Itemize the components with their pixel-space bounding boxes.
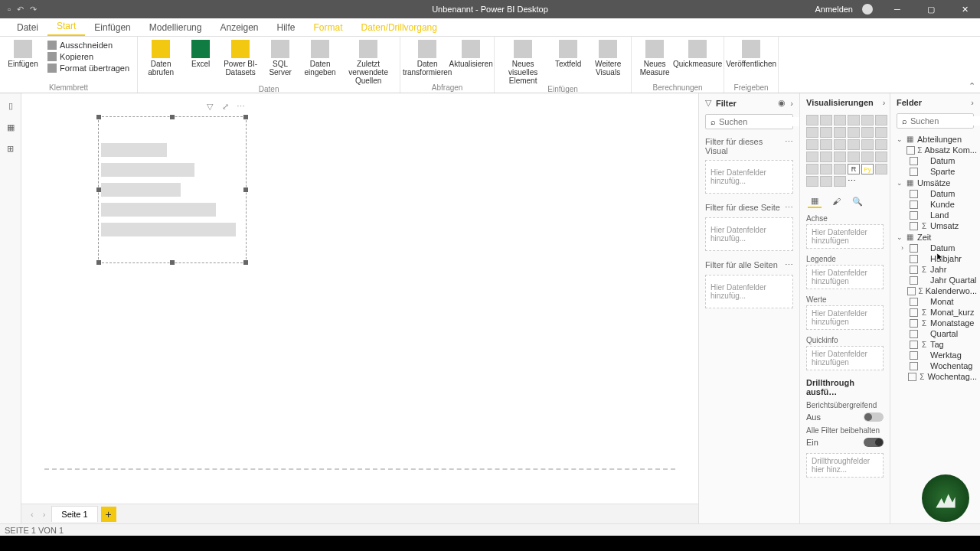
fields-tab-icon[interactable]: ▦ — [808, 194, 822, 208]
viz-type[interactable] — [861, 127, 874, 138]
report-view-icon[interactable]: ▯ — [5, 99, 17, 112]
add-page-button[interactable]: + — [101, 507, 116, 522]
publish-button[interactable]: Veröffentlichen — [729, 38, 773, 68]
field-Monat_kurz[interactable]: ΣMonat_kurz — [890, 307, 980, 318]
page-next-icon[interactable]: › — [40, 510, 49, 519]
cut-button[interactable]: Ausschneiden — [44, 40, 132, 51]
viz-type[interactable] — [848, 115, 860, 126]
more-icon[interactable]: ⋯ — [785, 137, 793, 155]
viz-type[interactable] — [834, 152, 846, 162]
page-tab-1[interactable]: Seite 1 — [51, 506, 97, 522]
viz-type[interactable]: ⋯ — [848, 176, 860, 187]
field-Wochentag...[interactable]: ΣWochentag... — [890, 371, 980, 382]
field-Wochentag[interactable]: Wochentag — [890, 360, 980, 371]
viz-type[interactable] — [834, 127, 846, 138]
paste-button[interactable]: Einfügen — [5, 38, 41, 68]
table-Umsätze[interactable]: ⌄▦Umsätze — [890, 177, 980, 188]
minimize-button[interactable]: ─ — [882, 0, 913, 18]
maximize-button[interactable]: ▢ — [916, 0, 946, 18]
field-Jahr[interactable]: ΣJahr — [890, 264, 980, 275]
new-measure-button[interactable]: Neues Measure — [636, 38, 673, 77]
excel-button[interactable]: Excel — [182, 38, 219, 68]
redo-icon[interactable]: ↷ — [30, 5, 37, 15]
data-view-icon[interactable]: ▦ — [5, 121, 17, 133]
viz-type[interactable] — [875, 152, 887, 162]
focus-icon[interactable]: ⤢ — [220, 102, 230, 112]
values-well[interactable]: Hier Datenfelder hinzufügen — [806, 305, 884, 330]
model-view-icon[interactable]: ⊞ — [5, 142, 17, 155]
legend-well[interactable]: Hier Datenfelder hinzufügen — [806, 265, 884, 289]
viz-type[interactable] — [806, 115, 818, 126]
tab-anzeigen[interactable]: Anzeigen — [211, 19, 267, 36]
pbi-datasets-button[interactable]: Power BI-Datasets — [222, 38, 259, 77]
viz-type[interactable] — [820, 152, 832, 162]
viz-type[interactable] — [806, 127, 818, 138]
field-Sparte[interactable]: Sparte — [890, 166, 980, 177]
viz-type[interactable] — [806, 176, 818, 187]
viz-type[interactable] — [875, 127, 887, 138]
filter-page-well[interactable]: Hier Datenfelder hinzufüg... — [705, 217, 793, 251]
more-icon[interactable]: ⋯ — [785, 260, 793, 270]
tooltip-well[interactable]: Hier Datenfelder hinzufügen — [806, 346, 884, 370]
filter-visual-well[interactable]: Hier Datenfelder hinzufüg... — [705, 160, 793, 194]
format-painter-button[interactable]: Format übertragen — [44, 63, 132, 73]
viz-type[interactable] — [806, 152, 818, 162]
avatar[interactable] — [862, 4, 873, 15]
viz-type[interactable] — [820, 127, 832, 138]
viz-type[interactable] — [834, 164, 846, 174]
copy-button[interactable]: Kopieren — [44, 51, 132, 62]
login-button[interactable]: Anmelden — [808, 5, 859, 14]
field-Kalenderwo...[interactable]: ΣKalenderwo... — [890, 285, 980, 296]
textbox-button[interactable]: Textfeld — [550, 38, 586, 68]
field-Absatz Kom...[interactable]: ΣAbsatz Kom... — [890, 145, 980, 155]
viz-type[interactable] — [848, 152, 860, 162]
viz-type[interactable] — [861, 115, 874, 126]
viz-type[interactable]: Py — [861, 164, 874, 174]
format-tab-icon[interactable]: 🖌 — [829, 194, 843, 208]
viz-type[interactable] — [834, 139, 846, 150]
tab-einfuegen[interactable]: Einfügen — [85, 19, 139, 36]
viz-type[interactable] — [875, 139, 887, 150]
quick-measure-button[interactable]: Quickmeasure — [676, 38, 719, 68]
field-Werktag[interactable]: Werktag — [890, 350, 980, 360]
axis-well[interactable]: Hier Datenfelder hinzufügen — [806, 224, 884, 249]
report-canvas[interactable]: ▽ ⤢ ⋯ ‹ › Seite 1 — [21, 93, 698, 523]
get-data-button[interactable]: Daten abrufen — [142, 38, 179, 77]
recent-sources-button[interactable]: Zuletzt verwendete Quellen — [341, 38, 395, 85]
drill-fields-well[interactable]: Drillthroughfelder hier hinz... — [806, 453, 884, 478]
field-Umsatz[interactable]: ΣUmsatz — [890, 220, 980, 231]
enter-data-button[interactable]: Daten eingeben — [302, 38, 338, 77]
viz-type[interactable] — [820, 176, 832, 187]
viz-type[interactable] — [820, 115, 832, 126]
table-Zeit[interactable]: ⌄▦Zeit — [890, 231, 980, 243]
tab-format[interactable]: Format — [305, 19, 352, 36]
new-visual-button[interactable]: Neues visuelles Element — [499, 38, 547, 85]
more-icon[interactable]: ⋯ — [235, 102, 246, 112]
viz-type[interactable] — [848, 127, 860, 138]
collapse-ribbon-icon[interactable]: ⌃ — [969, 81, 975, 91]
viz-type[interactable] — [875, 115, 887, 126]
more-icon[interactable]: ⋯ — [785, 203, 793, 213]
viz-type[interactable] — [820, 139, 832, 150]
field-Land[interactable]: Land — [890, 210, 980, 220]
field-Monat[interactable]: Monat — [890, 296, 980, 307]
viz-type[interactable] — [861, 152, 874, 162]
visual-placeholder[interactable]: ▽ ⤢ ⋯ — [98, 116, 247, 263]
viz-type[interactable] — [834, 115, 846, 126]
filter-icon[interactable]: ▽ — [204, 102, 215, 112]
field-Jahr Quartal[interactable]: Jahr Quartal — [890, 275, 980, 285]
refresh-button[interactable]: Aktualisieren — [452, 38, 489, 68]
collapse-icon[interactable]: › — [971, 98, 974, 107]
tab-drill[interactable]: Daten/Drillvorgang — [352, 19, 446, 36]
tab-modellierung[interactable]: Modellierung — [140, 19, 211, 36]
analytics-tab-icon[interactable]: 🔍 — [851, 194, 864, 208]
field-Quartal[interactable]: Quartal — [890, 328, 980, 339]
viz-type[interactable] — [834, 176, 846, 187]
tab-start[interactable]: Start — [47, 18, 85, 36]
fields-search[interactable]: ⌕ — [897, 113, 974, 129]
viz-type[interactable] — [820, 164, 832, 174]
keep-filters-toggle[interactable] — [864, 438, 884, 447]
undo-icon[interactable]: ↶ — [17, 5, 24, 15]
viz-type[interactable] — [861, 139, 874, 150]
tab-datei[interactable]: Datei — [8, 19, 47, 36]
